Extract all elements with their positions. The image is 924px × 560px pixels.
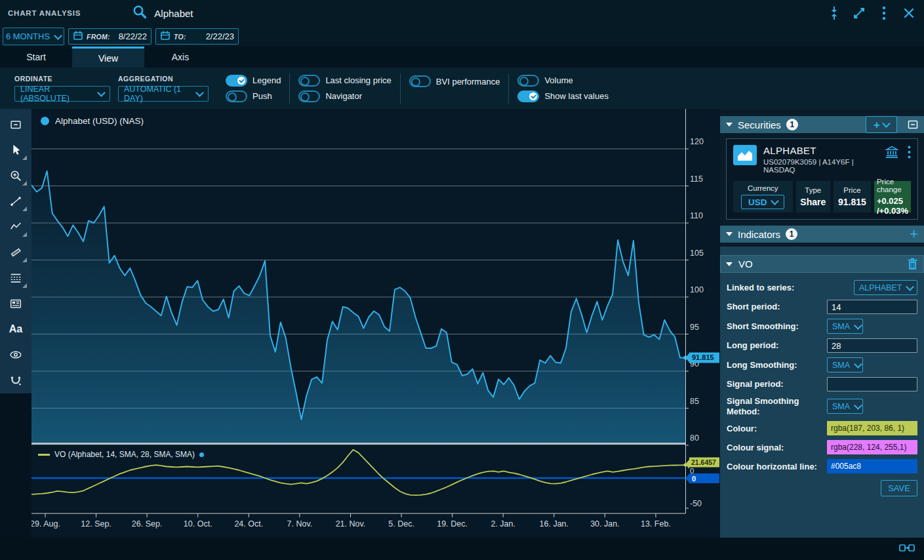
svg-text:26. Sep.: 26. Sep. bbox=[132, 519, 163, 529]
toggle-volume[interactable]: Volume bbox=[517, 75, 609, 87]
chevron-down-icon bbox=[854, 360, 862, 369]
search-input[interactable]: Alphabet bbox=[154, 8, 193, 19]
toggle-switch[interactable] bbox=[298, 75, 320, 87]
svg-text:120: 120 bbox=[690, 137, 704, 146]
collapse-window-icon[interactable] bbox=[908, 119, 918, 130]
kebab-menu-icon[interactable] bbox=[908, 146, 911, 161]
range-preset-dropdown[interactable]: 6 MONTHS bbox=[3, 28, 64, 45]
aggregation-dropdown[interactable]: AUTOMATIC (1 DAY) bbox=[118, 86, 209, 102]
svg-text:7. Nov.: 7. Nov. bbox=[287, 519, 313, 529]
toggle-bvi-performance[interactable]: BVI performance bbox=[409, 75, 500, 87]
trend-line-icon[interactable] bbox=[4, 191, 28, 212]
zigzag-icon[interactable] bbox=[4, 216, 28, 237]
link-icon[interactable] bbox=[899, 543, 915, 555]
horizontal-lines-icon[interactable] bbox=[4, 268, 28, 289]
field-long-period: Long period: 28 bbox=[727, 338, 917, 353]
linked-series-dropdown[interactable]: ALPHABET bbox=[854, 280, 917, 295]
save-button[interactable]: SAVE bbox=[881, 480, 917, 496]
long-period-input[interactable]: 28 bbox=[827, 338, 917, 353]
toggle-legend[interactable]: Legend bbox=[226, 75, 281, 87]
toggle-switch[interactable] bbox=[517, 90, 539, 102]
vo-legend-dot[interactable] bbox=[199, 452, 204, 457]
to-date-field[interactable]: TO: 2/22/23 bbox=[155, 28, 239, 45]
zoom-in-icon[interactable] bbox=[4, 165, 28, 186]
ribbon-tabs: Start View Axis bbox=[0, 47, 924, 68]
colour-signal-input[interactable]: rgba(228, 124, 255,1) bbox=[827, 440, 917, 454]
signal-period-input[interactable] bbox=[827, 377, 917, 391]
trash-icon[interactable] bbox=[907, 258, 918, 270]
vo-legend[interactable]: VO (Alphabet, 14, SMA, 28, SMA, SMA) bbox=[38, 450, 204, 459]
collapse-panel-icon[interactable] bbox=[4, 114, 28, 135]
field-long-smoothing: Long Smoothing: SMA bbox=[727, 357, 917, 372]
short-smoothing-dropdown[interactable]: SMA bbox=[827, 319, 863, 334]
series-legend[interactable]: Alphabet (USD) (NAS) bbox=[41, 116, 144, 126]
aggregation-group: AGGREGATION AUTOMATIC (1 DAY) bbox=[118, 75, 209, 102]
toggle-show-last-values[interactable]: Show last values bbox=[517, 90, 609, 102]
cursor-icon[interactable] bbox=[4, 140, 28, 161]
signal-smoothing-dropdown[interactable]: SMA bbox=[827, 399, 863, 414]
expand-icon[interactable] bbox=[852, 6, 866, 20]
toggle-switch[interactable] bbox=[298, 90, 320, 102]
short-period-input[interactable]: 14 bbox=[827, 300, 917, 314]
tab-view[interactable]: View bbox=[72, 47, 144, 68]
to-date-value[interactable]: 2/22/23 bbox=[206, 31, 234, 41]
svg-text:95: 95 bbox=[690, 323, 699, 332]
svg-text:2. Jan.: 2. Jan. bbox=[491, 519, 515, 529]
indicators-section-header[interactable]: Indicators 1 + bbox=[720, 226, 924, 243]
svg-text:16. Jan.: 16. Jan. bbox=[540, 519, 569, 529]
chart-canvas[interactable]: 120115110105100959085800-5029. Aug.12. S… bbox=[31, 109, 720, 538]
vo-indicator-header[interactable]: VO bbox=[720, 255, 924, 273]
security-search[interactable]: Alphabet bbox=[132, 4, 193, 22]
price-chart[interactable]: 120115110105100959085800-5029. Aug.12. S… bbox=[31, 109, 720, 538]
security-stats: Currency USD Type Share Price 91.815 bbox=[733, 181, 911, 212]
divider bbox=[400, 73, 401, 104]
toggle-push[interactable]: Push bbox=[226, 90, 281, 102]
toggle-last-closing-price[interactable]: Last closing price bbox=[298, 75, 391, 87]
chevron-down-icon bbox=[906, 283, 914, 291]
svg-text:29. Aug.: 29. Aug. bbox=[31, 519, 60, 529]
calendar-icon bbox=[73, 30, 83, 43]
magnet-icon[interactable] bbox=[4, 370, 28, 391]
security-card[interactable]: ALPHABET US02079K3059 | A14Y6F | NASDAQ bbox=[726, 138, 918, 220]
tab-axis[interactable]: Axis bbox=[144, 47, 216, 68]
colour-input[interactable]: rgba(187, 203, 86, 1) bbox=[827, 421, 917, 435]
text-tool-icon[interactable]: Aa bbox=[4, 319, 28, 340]
topbar: CHART ANALYSIS Alphabet bbox=[0, 0, 924, 26]
calendar-icon bbox=[160, 30, 171, 43]
svg-text:91.815: 91.815 bbox=[692, 353, 714, 361]
toggle-navigator[interactable]: Navigator bbox=[298, 90, 391, 102]
securities-section-header[interactable]: Securities 1 + bbox=[720, 116, 924, 133]
indicator-settings: VO Linked to series: ALPHABET Short peri… bbox=[720, 247, 924, 538]
area-chart-icon bbox=[733, 145, 757, 165]
toggle-switch[interactable] bbox=[226, 75, 247, 87]
collapse-caret-icon bbox=[726, 123, 733, 127]
tab-start[interactable]: Start bbox=[0, 47, 72, 68]
close-icon[interactable] bbox=[902, 6, 916, 20]
from-date-field[interactable]: FROM: 8/22/22 bbox=[68, 28, 151, 45]
add-security-button[interactable]: + bbox=[866, 116, 897, 133]
parallel-channel-icon[interactable] bbox=[4, 242, 28, 263]
eye-icon[interactable] bbox=[4, 344, 28, 365]
currency-dropdown[interactable]: USD bbox=[741, 195, 784, 209]
chevron-down-icon bbox=[54, 31, 62, 40]
svg-text:10. Oct.: 10. Oct. bbox=[184, 519, 212, 529]
news-icon[interactable] bbox=[4, 293, 28, 314]
collapse-vertical-icon[interactable] bbox=[827, 6, 841, 20]
view-toolbar: ORDINATE LINEAR (ABSOLUTE) AGGREGATION A… bbox=[0, 68, 924, 109]
date-range-controls: 6 MONTHS FROM: 8/22/22 TO: 2/22/23 bbox=[0, 26, 924, 47]
add-indicator-button[interactable]: + bbox=[910, 227, 918, 241]
kebab-menu-icon[interactable] bbox=[877, 6, 891, 20]
toggle-switch[interactable] bbox=[517, 75, 539, 87]
long-smoothing-dropdown[interactable]: SMA bbox=[827, 357, 863, 372]
series-color-dot bbox=[41, 117, 49, 125]
colour-horizontal-line-input[interactable]: #005ac8 bbox=[827, 459, 917, 473]
bank-icon[interactable] bbox=[885, 145, 899, 162]
toggle-switch[interactable] bbox=[409, 75, 431, 87]
from-date-value[interactable]: 8/22/22 bbox=[119, 31, 147, 41]
ordinate-dropdown[interactable]: LINEAR (ABSOLUTE) bbox=[14, 86, 110, 102]
chevron-down-icon bbox=[771, 197, 779, 205]
svg-text:21. Nov.: 21. Nov. bbox=[336, 519, 366, 529]
svg-text:115: 115 bbox=[690, 174, 703, 184]
count-badge: 1 bbox=[786, 228, 797, 240]
toggle-switch[interactable] bbox=[226, 90, 247, 102]
